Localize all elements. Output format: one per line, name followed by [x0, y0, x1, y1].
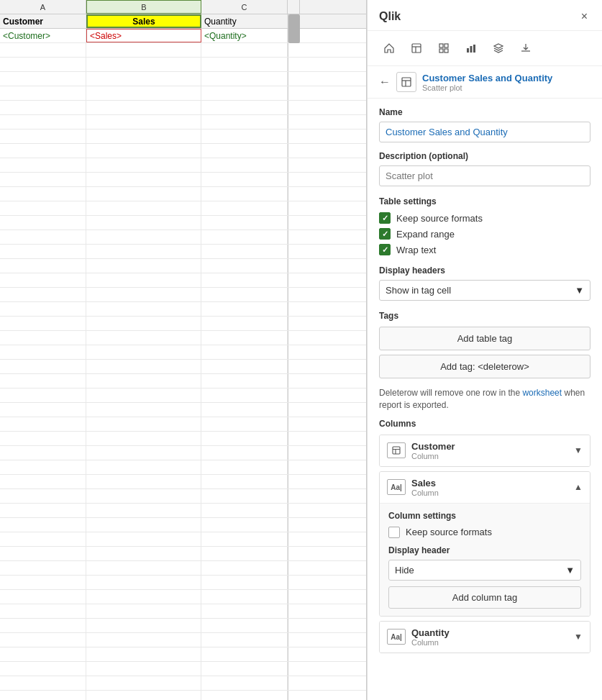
add-column-tag-button[interactable]: Add column tag — [388, 586, 581, 609]
empty-cell — [86, 662, 201, 676]
home-icon[interactable] — [376, 37, 402, 60]
empty-cell — [201, 647, 288, 661]
sales-display-header-dropdown[interactable]: Hide ▼ — [388, 560, 581, 581]
description-input[interactable] — [379, 165, 590, 186]
empty-cell — [201, 201, 288, 215]
empty-cell — [288, 58, 300, 71]
grid-row-empty — [0, 662, 366, 676]
keep-source-formats-checkbox[interactable]: ✓ — [379, 212, 391, 224]
sales-display-header-value: Hide — [395, 565, 414, 576]
empty-cell — [288, 230, 300, 244]
empty-cell — [86, 604, 201, 618]
empty-cell — [0, 259, 86, 273]
spreadsheet-area: A B C Customer Sales Quantity <Customer>… — [0, 0, 367, 700]
layers-icon[interactable] — [485, 37, 511, 60]
add-deleterow-button[interactable]: Add tag: <deleterow> — [379, 355, 590, 378]
empty-cell — [86, 532, 201, 546]
empty-cell — [288, 489, 300, 503]
col-header-b: B — [86, 0, 201, 14]
table-icon[interactable] — [403, 37, 429, 60]
grid-row-empty — [0, 647, 366, 662]
grid-icon[interactable] — [431, 37, 457, 60]
empty-cell — [0, 144, 86, 158]
rows-area: Customer Sales Quantity <Customer> <Sale… — [0, 14, 366, 700]
scrollbar[interactable] — [288, 14, 300, 28]
empty-cell — [288, 101, 300, 114]
empty-cell — [288, 43, 300, 57]
grid-row-empty — [0, 403, 366, 417]
empty-cell — [0, 590, 86, 604]
empty-cell — [201, 158, 288, 172]
grid-row-empty — [0, 302, 366, 317]
empty-cell — [288, 662, 300, 676]
warning-text: Deleterow will remove one row in the wor… — [379, 387, 590, 412]
grid-row-empty — [0, 72, 366, 86]
grid-row-empty — [0, 115, 366, 129]
add-table-tag-button[interactable]: Add table tag — [379, 327, 590, 350]
empty-cell — [0, 158, 86, 172]
sales-column-header[interactable]: Aa| Sales Column ▲ — [380, 472, 590, 503]
empty-cell — [86, 547, 201, 560]
empty-cell — [288, 518, 300, 532]
panel-body: Name Description (optional) Table settin… — [368, 99, 602, 700]
empty-cell — [201, 446, 288, 460]
name-input[interactable] — [379, 122, 590, 142]
display-headers-dropdown[interactable]: Show in tag cell ▼ — [379, 280, 590, 301]
empty-cell — [0, 432, 86, 445]
empty-cell — [201, 259, 288, 273]
empty-cell — [288, 201, 300, 215]
empty-cell — [201, 187, 288, 201]
customer-chevron-down-icon: ▼ — [574, 445, 583, 455]
grid-row-empty — [0, 58, 366, 72]
wrap-text-checkbox[interactable]: ✓ — [379, 244, 391, 255]
chart-icon[interactable] — [458, 37, 484, 60]
empty-cell — [288, 360, 300, 373]
empty-cell — [86, 144, 201, 158]
grid-row-empty — [0, 547, 366, 561]
expand-range-checkbox[interactable]: ✓ — [379, 228, 391, 240]
empty-cell — [86, 187, 201, 201]
quantity-column-header[interactable]: Aa| Quantity Column ▼ — [380, 622, 590, 653]
empty-cell — [201, 144, 288, 158]
close-button[interactable]: × — [578, 9, 590, 24]
empty-cell — [201, 547, 288, 560]
grid-row-empty — [0, 388, 366, 403]
empty-cell — [0, 518, 86, 532]
empty-cell — [86, 633, 201, 647]
grid-row-empty — [0, 317, 366, 331]
empty-cell — [288, 547, 300, 560]
empty-cell — [201, 216, 288, 229]
customer-column-header[interactable]: Customer Column ▼ — [380, 435, 590, 466]
name-label: Name — [379, 107, 590, 117]
grid-row-empty — [0, 475, 366, 489]
empty-cell — [0, 201, 86, 215]
download-icon[interactable] — [513, 37, 539, 60]
empty-cell — [201, 475, 288, 488]
svg-rect-3 — [439, 44, 443, 47]
customer-column-table-icon — [387, 442, 406, 458]
display-headers-value: Show in tag cell — [386, 285, 451, 296]
empty-cell — [86, 86, 201, 100]
empty-cell — [288, 576, 300, 589]
empty-cell — [86, 590, 201, 604]
back-button[interactable]: ← — [379, 76, 391, 88]
empty-cell — [201, 101, 288, 114]
empty-cell — [288, 273, 300, 287]
grid-row-empty — [0, 187, 366, 201]
empty-cell — [86, 331, 201, 345]
sales-keep-source-formats-checkbox[interactable]: ✓ — [388, 527, 400, 538]
empty-cell — [0, 360, 86, 373]
columns-label: Columns — [379, 419, 590, 429]
empty-cell — [288, 561, 300, 575]
empty-cell — [201, 374, 288, 388]
empty-cell — [288, 619, 300, 632]
grid-row-empty — [0, 345, 366, 360]
empty-cell — [86, 201, 201, 215]
empty-cell — [0, 129, 86, 143]
empty-cell — [0, 230, 86, 244]
empty-cell — [86, 432, 201, 445]
empty-cell — [0, 388, 86, 402]
empty-cell — [0, 345, 86, 359]
empty-cell — [201, 331, 288, 345]
keep-source-formats-row: ✓ Keep source formats — [379, 212, 590, 224]
